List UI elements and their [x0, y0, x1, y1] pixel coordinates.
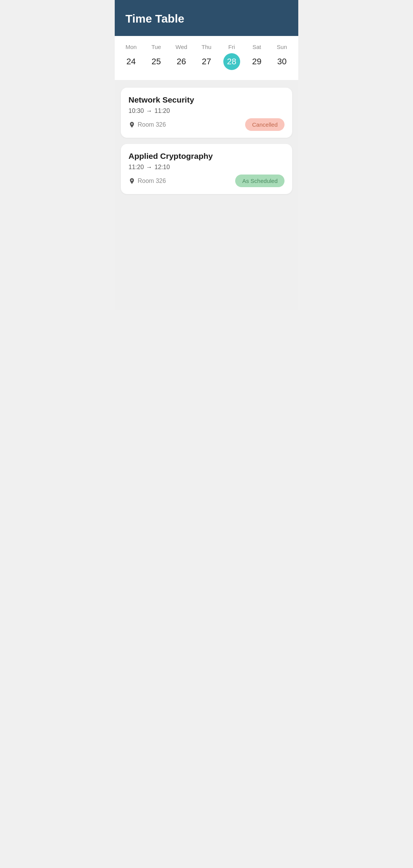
weekdays-row: Mon24Tue25Wed26Thu27Fri28Sat29Sun30: [119, 44, 294, 70]
content-area: Network Security10:30→11:20Room 326Cance…: [115, 80, 298, 310]
calendar-day-tue[interactable]: Tue25: [144, 44, 169, 70]
class-location: Room 326: [128, 121, 166, 128]
status-badge: Cancelled: [245, 118, 285, 131]
class-location: Room 326: [128, 178, 166, 184]
class-room: Room 326: [138, 178, 166, 184]
class-time-start: 10:30: [128, 108, 144, 114]
calendar-day-sat[interactable]: Sat29: [244, 44, 270, 70]
calendar-section: Mon24Tue25Wed26Thu27Fri28Sat29Sun30: [115, 36, 298, 80]
day-number-label[interactable]: 25: [148, 53, 165, 70]
day-number-label[interactable]: 27: [198, 53, 215, 70]
day-name-label: Tue: [151, 44, 161, 50]
day-number-label[interactable]: 30: [273, 53, 290, 70]
calendar-day-wed[interactable]: Wed26: [169, 44, 194, 70]
class-footer: Room 326As Scheduled: [128, 175, 285, 187]
day-number-label[interactable]: 28: [223, 53, 240, 70]
day-name-label: Fri: [228, 44, 235, 50]
calendar-day-sun[interactable]: Sun30: [269, 44, 294, 70]
class-room: Room 326: [138, 121, 166, 128]
day-number-label[interactable]: 29: [248, 53, 265, 70]
class-time-start: 11:20: [128, 164, 144, 171]
day-name-label: Mon: [125, 44, 137, 50]
arrow-icon: →: [146, 108, 152, 114]
day-name-label: Thu: [202, 44, 211, 50]
page-title: Time Table: [125, 12, 288, 25]
day-name-label: Sat: [252, 44, 261, 50]
class-card: Applied Cryptography11:20→12:10Room 326A…: [121, 144, 292, 194]
location-pin-icon: [128, 121, 135, 128]
day-number-label[interactable]: 26: [173, 53, 190, 70]
class-time: 10:30→11:20: [128, 108, 285, 114]
day-number-label[interactable]: 24: [123, 53, 140, 70]
arrow-icon: →: [146, 164, 152, 171]
calendar-day-fri[interactable]: Fri28: [219, 44, 244, 70]
class-name: Applied Cryptography: [128, 152, 285, 161]
calendar-day-thu[interactable]: Thu27: [194, 44, 219, 70]
status-badge: As Scheduled: [235, 175, 285, 187]
class-card: Network Security10:30→11:20Room 326Cance…: [121, 88, 292, 138]
day-name-label: Sun: [277, 44, 287, 50]
class-time: 11:20→12:10: [128, 164, 285, 171]
header: Time Table: [115, 0, 298, 36]
day-name-label: Wed: [176, 44, 187, 50]
class-time-end: 12:10: [154, 164, 170, 171]
class-footer: Room 326Cancelled: [128, 118, 285, 131]
class-time-end: 11:20: [154, 108, 170, 114]
class-name: Network Security: [128, 95, 285, 104]
calendar-day-mon[interactable]: Mon24: [119, 44, 144, 70]
location-pin-icon: [128, 178, 135, 184]
